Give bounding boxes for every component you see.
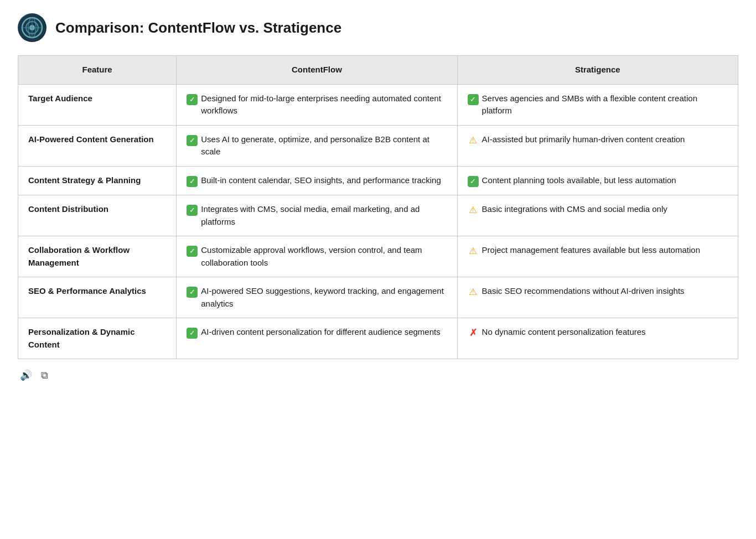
check-icon: ✓ xyxy=(187,93,200,106)
table-row: Content Distribution✓Integrates with CMS… xyxy=(18,195,738,236)
stratigence-cell: ⚠AI-assisted but primarily human-driven … xyxy=(457,125,738,166)
feature-cell: Collaboration & Workflow Management xyxy=(18,236,177,277)
footer-actions: 🔊 ⧉ xyxy=(18,368,738,383)
stratigence-cell: ⚠Project management features available b… xyxy=(457,236,738,277)
table-row: Target Audience✓Designed for mid-to-larg… xyxy=(18,84,738,125)
check-icon: ✓ xyxy=(187,286,200,298)
check-icon: ✓ xyxy=(187,204,200,216)
cell-text: AI-driven content personalization for di… xyxy=(201,326,447,339)
check-icon: ✓ xyxy=(468,93,481,106)
table-row: SEO & Performance Analytics✓AI-powered S… xyxy=(18,277,738,318)
table-row: Content Strategy & Planning✓Built-in con… xyxy=(18,166,738,195)
cell-text: Customizable approval workflows, version… xyxy=(201,244,447,269)
table-row: Personalization & Dynamic Content✓AI-dri… xyxy=(18,318,738,359)
check-icon: ✓ xyxy=(187,175,200,188)
feature-cell: AI-Powered Content Generation xyxy=(18,125,177,166)
stratigence-cell: ⚠Basic integrations with CMS and social … xyxy=(457,195,738,236)
table-header-row: Feature ContentFlow Stratigence xyxy=(18,56,738,85)
stratigence-cell: ✗No dynamic content personalization feat… xyxy=(457,318,738,359)
stratigence-cell: ✓Serves agencies and SMBs with a flexibl… xyxy=(457,84,738,125)
col-header-stratigence: Stratigence xyxy=(457,56,738,85)
check-icon: ✓ xyxy=(187,326,200,339)
contentflow-cell: ✓Built-in content calendar, SEO insights… xyxy=(177,166,457,195)
cell-text: AI-powered SEO suggestions, keyword trac… xyxy=(201,285,447,310)
col-header-feature: Feature xyxy=(18,56,177,85)
app-logo xyxy=(18,13,46,42)
table-row: Collaboration & Workflow Management✓Cust… xyxy=(18,236,738,277)
x-icon: ✗ xyxy=(468,326,481,339)
table-row: AI-Powered Content Generation✓Uses AI to… xyxy=(18,125,738,166)
check-icon: ✓ xyxy=(468,175,481,188)
cell-text: Built-in content calendar, SEO insights,… xyxy=(201,174,447,187)
warning-icon: ⚠ xyxy=(468,286,481,298)
cell-text: Serves agencies and SMBs with a flexible… xyxy=(482,92,728,117)
contentflow-cell: ✓Uses AI to generate, optimize, and pers… xyxy=(177,125,457,166)
cell-text: Integrates with CMS, social media, email… xyxy=(201,203,447,228)
feature-cell: Target Audience xyxy=(18,84,177,125)
stratigence-cell: ✓Content planning tools available, but l… xyxy=(457,166,738,195)
check-icon: ✓ xyxy=(187,134,200,147)
cell-text: AI-assisted but primarily human-driven c… xyxy=(482,133,728,146)
page-title: Comparison: ContentFlow vs. Stratigence xyxy=(55,17,341,39)
cell-text: Basic SEO recommendations without AI-dri… xyxy=(482,285,728,298)
warning-icon: ⚠ xyxy=(468,245,481,257)
contentflow-cell: ✓AI-driven content personalization for d… xyxy=(177,318,457,359)
check-icon: ✓ xyxy=(187,245,200,257)
cell-text: Content planning tools available, but le… xyxy=(482,174,728,187)
contentflow-cell: ✓Designed for mid-to-large enterprises n… xyxy=(177,84,457,125)
comparison-table: Feature ContentFlow Stratigence Target A… xyxy=(18,55,738,359)
feature-cell: Content Distribution xyxy=(18,195,177,236)
feature-cell: Content Strategy & Planning xyxy=(18,166,177,195)
cell-text: Uses AI to generate, optimize, and perso… xyxy=(201,133,447,158)
contentflow-cell: ✓AI-powered SEO suggestions, keyword tra… xyxy=(177,277,457,318)
cell-text: No dynamic content personalization featu… xyxy=(482,326,728,339)
copy-icon[interactable]: ⧉ xyxy=(41,368,48,383)
warning-icon: ⚠ xyxy=(468,134,481,147)
cell-text: Project management features available bu… xyxy=(482,244,728,257)
feature-cell: SEO & Performance Analytics xyxy=(18,277,177,318)
stratigence-cell: ⚠Basic SEO recommendations without AI-dr… xyxy=(457,277,738,318)
contentflow-cell: ✓Integrates with CMS, social media, emai… xyxy=(177,195,457,236)
warning-icon: ⚠ xyxy=(468,204,481,216)
contentflow-cell: ✓Customizable approval workflows, versio… xyxy=(177,236,457,277)
col-header-contentflow: ContentFlow xyxy=(177,56,457,85)
cell-text: Basic integrations with CMS and social m… xyxy=(482,203,728,216)
cell-text: Designed for mid-to-large enterprises ne… xyxy=(201,92,447,117)
audio-icon[interactable]: 🔊 xyxy=(20,368,32,383)
feature-cell: Personalization & Dynamic Content xyxy=(18,318,177,359)
page-header: Comparison: ContentFlow vs. Stratigence xyxy=(18,13,738,42)
